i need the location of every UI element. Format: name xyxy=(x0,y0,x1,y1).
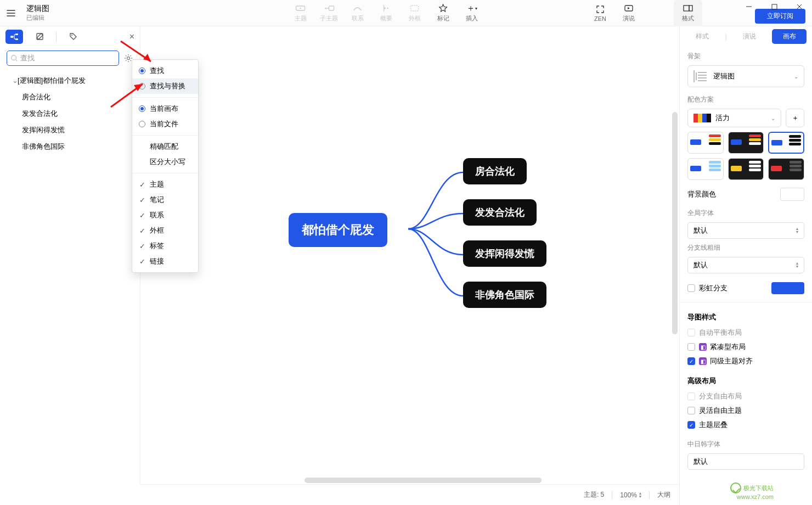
option-current-file[interactable]: 当前文件 xyxy=(132,116,198,132)
horizontal-scrollbar[interactable] xyxy=(146,476,674,484)
tab-canvas[interactable]: 画布 xyxy=(772,29,807,44)
outline-item[interactable]: 非佛角色国际 xyxy=(0,138,140,155)
format-button[interactable]: 格式 xyxy=(674,0,702,26)
svg-rect-11 xyxy=(15,33,18,35)
status-bar: 主题: 5 100%▴▾ 大纲 xyxy=(140,484,679,505)
scheme-select[interactable]: 活力 ⌄ xyxy=(687,109,781,127)
theme-preset[interactable] xyxy=(728,132,764,154)
option-theme[interactable]: ✓主题 xyxy=(132,177,198,192)
watermark-logo-icon xyxy=(730,482,741,493)
option-find-replace[interactable]: 查找与替换 xyxy=(132,78,198,94)
search-input[interactable]: 查找 xyxy=(7,50,119,66)
zoom-control[interactable]: 100%▴▾ xyxy=(620,491,641,499)
chevron-down-icon: ⌄ xyxy=(771,115,775,121)
option-case-sensitive[interactable]: 区分大小写 xyxy=(132,154,198,170)
menu-button[interactable] xyxy=(0,0,22,26)
topic-count: 主题: 5 xyxy=(584,490,604,500)
subtopic-button[interactable]: 子主题 xyxy=(315,0,343,26)
outline-item[interactable]: 房合法化 xyxy=(0,89,140,105)
rainbow-color-button[interactable] xyxy=(771,282,804,294)
svg-rect-8 xyxy=(689,5,692,11)
option-exact-match[interactable]: 精确匹配 xyxy=(132,139,198,154)
add-scheme-button[interactable]: ＋ xyxy=(786,109,804,127)
svg-point-1 xyxy=(300,8,301,9)
svg-rect-9 xyxy=(772,4,777,9)
svg-rect-12 xyxy=(15,38,18,40)
relation-button[interactable]: 联系 xyxy=(343,0,372,26)
svg-point-16 xyxy=(127,57,130,60)
branch-width-select[interactable]: 默认▴▾ xyxy=(687,257,804,273)
tab-style[interactable]: 样式 xyxy=(685,29,720,44)
topic-button[interactable]: 主题 xyxy=(286,0,315,26)
zen-button[interactable]: ZEN xyxy=(586,0,614,26)
vertical-scrollbar[interactable] xyxy=(671,32,679,476)
theme-preset[interactable] xyxy=(728,158,764,180)
label-branch-width: 分支线粗细 xyxy=(687,243,804,252)
summary-button[interactable]: 概要 xyxy=(372,0,401,26)
svg-rect-5 xyxy=(411,5,419,11)
svg-rect-3 xyxy=(329,6,334,10)
outline-tab-tags[interactable] xyxy=(64,30,82,44)
option-link[interactable]: ✓链接 xyxy=(132,254,198,269)
subtopic-node[interactable]: 发挥闲得发慌 xyxy=(463,240,546,267)
option-note[interactable]: ✓笔记 xyxy=(132,192,198,207)
marker-button[interactable]: 标记 xyxy=(429,0,458,26)
theme-preset[interactable] xyxy=(768,132,804,154)
label-advanced: 高级布局 xyxy=(687,376,804,386)
chevron-down-icon: ⌄ xyxy=(794,74,798,80)
search-options-popup: 查找 查找与替换 当前画布 当前文件 精确匹配 区分大小写 ✓主题 ✓笔记 ✓联… xyxy=(132,59,199,273)
bg-color-swatch[interactable] xyxy=(780,188,804,201)
cjk-font-select[interactable]: 默认 xyxy=(687,453,804,470)
watermark: 极光下载站 www.xz7.com xyxy=(730,482,774,501)
svg-point-14 xyxy=(71,35,72,36)
tab-present[interactable]: 演说 xyxy=(732,29,767,44)
theme-preset[interactable] xyxy=(687,132,724,154)
window-minimize[interactable] xyxy=(736,0,762,15)
auto-balance-checkbox[interactable]: 自动平衡布局 xyxy=(687,326,804,340)
rainbow-checkbox[interactable]: 彩虹分支 xyxy=(687,281,728,295)
window-maximize[interactable] xyxy=(762,0,787,15)
outline-item[interactable]: 发挥闲得发慌 xyxy=(0,122,140,138)
label-scheme: 配色方案 xyxy=(687,95,804,104)
compact-checkbox[interactable]: ◧紧凑型布局 xyxy=(687,340,804,354)
free-branch-checkbox[interactable]: 分支自由布局 xyxy=(687,389,804,403)
global-font-select[interactable]: 默认▴▾ xyxy=(687,222,804,239)
subtopic-node[interactable]: 发发合法化 xyxy=(463,199,537,226)
subtopic-node[interactable]: 非佛角色国际 xyxy=(463,282,546,308)
skeleton-select[interactable]: 逻辑图 ⌄ xyxy=(687,65,804,87)
central-topic[interactable]: 都怕借个屁发 xyxy=(289,213,387,247)
skeleton-icon xyxy=(693,70,707,82)
outline-tab-notes[interactable] xyxy=(31,30,48,44)
overlap-checkbox[interactable]: ✓主题层叠 xyxy=(687,418,804,432)
document-status: 已编辑 xyxy=(26,14,49,22)
boundary-button[interactable]: 外框 xyxy=(401,0,429,26)
option-current-canvas[interactable]: 当前画布 xyxy=(132,101,198,116)
format-panel: 样式 | 演说 画布 骨架 逻辑图 ⌄ 配色方案 活力 ⌄ xyxy=(679,26,812,505)
outline-toggle[interactable]: 大纲 xyxy=(657,490,670,500)
outline-item[interactable]: 发发合法化 xyxy=(0,105,140,122)
option-relation[interactable]: ✓联系 xyxy=(132,207,198,223)
outline-root[interactable]: ⌄[逻辑图]都怕借个屁发 xyxy=(0,72,140,89)
option-find[interactable]: 查找 xyxy=(132,63,198,78)
panel-close-icon[interactable]: × xyxy=(129,32,134,42)
theme-preset[interactable] xyxy=(768,158,804,180)
outline-tree: ⌄[逻辑图]都怕借个屁发 房合法化 发发合法化 发挥闲得发慌 非佛角色国际 xyxy=(0,69,140,158)
window-close[interactable] xyxy=(787,0,812,15)
free-theme-checkbox[interactable]: 灵活自由主题 xyxy=(687,403,804,418)
label-skeleton: 骨架 xyxy=(687,52,804,61)
present-button[interactable]: 演说 xyxy=(614,0,643,26)
svg-rect-10 xyxy=(10,36,13,38)
insert-button[interactable]: ＋▾插入 xyxy=(458,0,486,26)
align-checkbox[interactable]: ✓◧同级主题对齐 xyxy=(687,354,804,368)
option-label[interactable]: ✓标签 xyxy=(132,238,198,254)
mindmap-canvas[interactable]: 都怕借个屁发 房合法化 发发合法化 发挥闲得发慌 非佛角色国际 xyxy=(140,26,679,484)
subtopic-node[interactable]: 房合法化 xyxy=(463,158,527,184)
theme-preset[interactable] xyxy=(687,158,724,180)
option-border[interactable]: ✓外框 xyxy=(132,223,198,238)
label-global-font: 全局字体 xyxy=(687,209,804,218)
outline-tab-structure[interactable] xyxy=(5,30,23,44)
svg-point-15 xyxy=(12,55,16,60)
svg-rect-7 xyxy=(684,5,689,11)
palette-icon xyxy=(693,114,711,122)
search-icon xyxy=(10,54,18,62)
